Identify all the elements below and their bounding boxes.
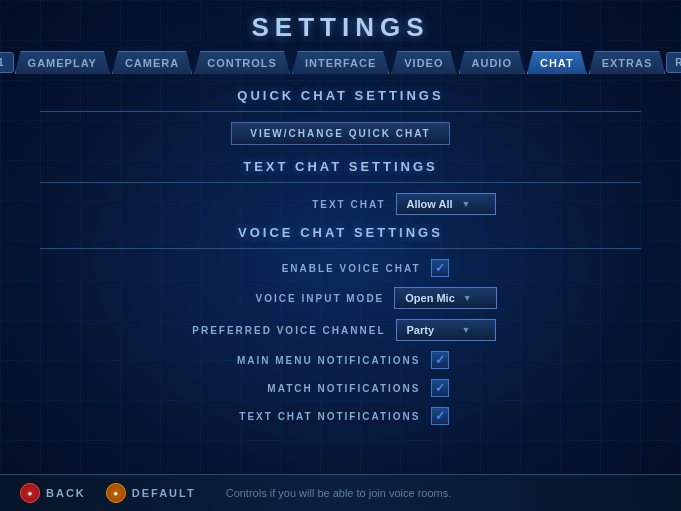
tab-bar: L1 GAMEPLAY CAMERA CONTROLS INTERFACE VI…	[0, 51, 681, 74]
enable-voice-chat-row: ENABLE VOICE CHAT	[40, 259, 641, 277]
voice-chat-divider	[40, 248, 641, 249]
default-icon: ●	[106, 483, 126, 503]
preferred-voice-channel-dropdown[interactable]: Party ▼	[396, 319, 496, 341]
tab-video[interactable]: VIDEO	[391, 51, 456, 74]
match-notifications-checkbox-container	[431, 379, 461, 397]
text-chat-notifications-checkbox[interactable]	[431, 407, 449, 425]
main-menu-notifications-checkbox-container	[431, 351, 461, 369]
text-chat-notifications-row: TEXT CHAT NOTIFICATIONS	[40, 407, 641, 425]
tab-controls[interactable]: CONTROLS	[194, 51, 290, 74]
back-label: BACK	[46, 487, 86, 499]
page-title: SETTINGS	[0, 0, 681, 51]
left-shoulder[interactable]: L1	[0, 52, 14, 73]
preferred-voice-channel-arrow: ▼	[462, 325, 471, 335]
main-menu-notifications-checkbox[interactable]	[431, 351, 449, 369]
preferred-voice-channel-value: Party	[407, 324, 435, 336]
voice-chat-title: VOICE CHAT SETTINGS	[40, 225, 641, 240]
view-change-quick-chat-button[interactable]: VIEW/CHANGE QUICK CHAT	[231, 122, 449, 145]
enable-voice-chat-label: ENABLE VOICE CHAT	[221, 263, 421, 274]
voice-chat-section: VOICE CHAT SETTINGS ENABLE VOICE CHAT VO…	[40, 225, 641, 425]
quick-chat-title: QUICK CHAT SETTINGS	[40, 88, 641, 103]
enable-voice-chat-checkbox-container	[431, 259, 461, 277]
tab-interface[interactable]: INTERFACE	[292, 51, 389, 74]
default-label: DEFAULT	[132, 487, 196, 499]
tab-gameplay[interactable]: GAMEPLAY	[15, 51, 110, 74]
text-chat-divider	[40, 182, 641, 183]
text-chat-label: TEXT CHAT	[186, 199, 386, 210]
right-shoulder[interactable]: R1	[666, 52, 681, 73]
match-notifications-label: MATCH NOTIFICATIONS	[221, 383, 421, 394]
main-menu-notifications-label: MAIN MENU NOTIFICATIONS	[221, 355, 421, 366]
text-chat-value: Allow All	[407, 198, 453, 210]
text-chat-title: TEXT CHAT SETTINGS	[40, 159, 641, 174]
preferred-voice-channel-row: PREFERRED VOICE CHANNEL Party ▼	[40, 319, 641, 341]
main-menu-notifications-row: MAIN MENU NOTIFICATIONS	[40, 351, 641, 369]
tab-audio[interactable]: AUDIO	[459, 51, 525, 74]
back-button[interactable]: ● BACK	[20, 483, 86, 503]
quick-chat-divider	[40, 111, 641, 112]
preferred-voice-channel-label: PREFERRED VOICE CHANNEL	[186, 325, 386, 336]
voice-input-mode-dropdown[interactable]: Open Mic ▼	[394, 287, 496, 309]
tab-chat[interactable]: CHAT	[527, 51, 587, 74]
tab-camera[interactable]: CAMERA	[112, 51, 192, 74]
tab-extras[interactable]: EXTRAS	[589, 51, 666, 74]
voice-input-mode-row: VOICE INPUT MODE Open Mic ▼	[40, 287, 641, 309]
text-chat-notifications-checkbox-container	[431, 407, 461, 425]
text-chat-dropdown-arrow: ▼	[462, 199, 471, 209]
back-icon: ●	[20, 483, 40, 503]
voice-input-mode-value: Open Mic	[405, 292, 455, 304]
settings-content: QUICK CHAT SETTINGS VIEW/CHANGE QUICK CH…	[0, 88, 681, 425]
enable-voice-chat-checkbox[interactable]	[431, 259, 449, 277]
match-notifications-row: MATCH NOTIFICATIONS	[40, 379, 641, 397]
bottom-bar: ● BACK ● DEFAULT Controls if you will be…	[0, 474, 681, 511]
text-chat-row: TEXT CHAT Allow All ▼	[40, 193, 641, 215]
default-button[interactable]: ● DEFAULT	[106, 483, 196, 503]
voice-input-mode-label: VOICE INPUT MODE	[184, 293, 384, 304]
text-chat-dropdown[interactable]: Allow All ▼	[396, 193, 496, 215]
match-notifications-checkbox[interactable]	[431, 379, 449, 397]
voice-input-mode-arrow: ▼	[463, 293, 472, 303]
bottom-hint: Controls if you will be able to join voi…	[226, 487, 452, 499]
text-chat-notifications-label: TEXT CHAT NOTIFICATIONS	[221, 411, 421, 422]
